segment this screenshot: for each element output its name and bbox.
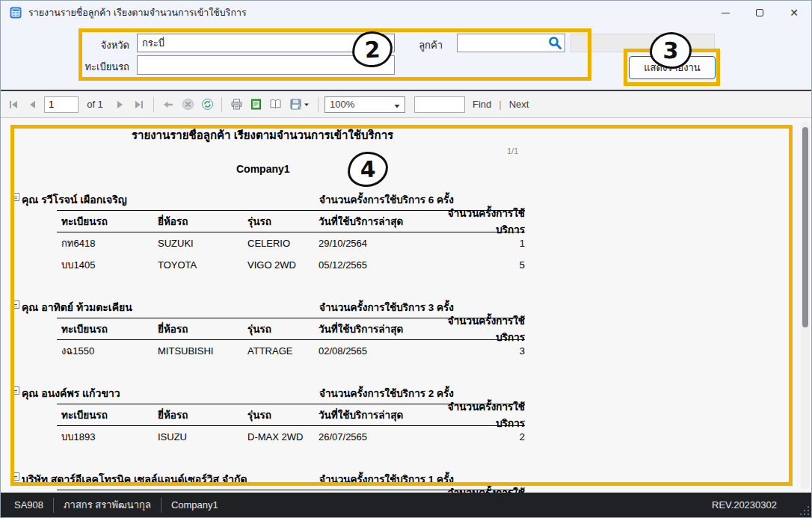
next-page-button[interactable] (111, 96, 128, 113)
zoom-caret-icon (394, 104, 400, 108)
back-button[interactable] (160, 96, 176, 113)
search-icon[interactable] (548, 36, 562, 50)
column-header: ยี่ห้อรถ (158, 321, 247, 337)
customer-label: ลูกค้า (390, 37, 443, 53)
page-setup-icon (269, 98, 282, 111)
table-cell: 2 (419, 431, 525, 443)
stop-button[interactable] (179, 96, 196, 113)
page-setup-button[interactable] (267, 96, 283, 113)
first-page-button[interactable] (5, 96, 22, 113)
refresh-icon (201, 98, 214, 111)
print-layout-button[interactable] (247, 96, 264, 113)
table-cell: 29/10/2564 (319, 238, 419, 249)
export-button[interactable] (286, 96, 312, 113)
previous-page-button[interactable] (25, 96, 41, 113)
report-page-indicator: 1/1 (507, 147, 518, 155)
find-text-input[interactable] (414, 96, 465, 113)
first-page-icon (7, 99, 19, 111)
report-group: คุณ อนงค์พร แก้วขาวจำนวนครั้งการใช้บริกา… (11, 381, 535, 448)
report-group: คุณ รวีโรจน์ เผือกเจริญจำนวนครั้งการใช้บ… (11, 188, 535, 276)
table-row: บบ1405TOYOTAVIGO 2WD05/12/25655 (57, 254, 525, 276)
back-arrow-icon (162, 99, 174, 111)
toolbar-separator (153, 97, 154, 112)
plate-input[interactable] (137, 55, 395, 75)
statusbar-company: Company1 (171, 499, 218, 511)
scrollbar-thumb[interactable] (802, 127, 808, 327)
titlebar: รายงานรายชื่อลูกค้า เรียงตามจำนวนการเข้า… (1, 1, 811, 25)
group-usage-summary: จำนวนครั้งการใช้บริการ 6 ครั้ง (319, 191, 454, 208)
group-toggle-icon[interactable] (11, 472, 19, 481)
table-cell: SUZUKI (158, 238, 247, 249)
print-layout-icon (250, 98, 262, 111)
statusbar-separator (161, 498, 162, 513)
maximize-button[interactable] (742, 1, 777, 25)
customer-name-display (570, 34, 715, 52)
column-header: ทะเบียนรถ (57, 407, 158, 423)
table-cell: ATTRAGE (247, 345, 319, 357)
group-header: คุณ อาทิตย์ ท้วมตะเคียนจำนวนครั้งการใช้บ… (11, 295, 535, 318)
table-cell: D-MAX 2WD (247, 431, 319, 443)
zoom-value: 100% (330, 99, 354, 110)
zoom-combobox[interactable]: 100% (325, 96, 405, 113)
statusbar-user-name: ภาสกร สราพัฒนากุล (64, 497, 151, 513)
export-dropdown-caret (304, 102, 310, 108)
print-button[interactable] (228, 96, 244, 113)
resize-grip[interactable] (800, 506, 809, 515)
minimize-icon (722, 13, 730, 13)
group-header: คุณ รวีโรจน์ เผือกเจริญจำนวนครั้งการใช้บ… (11, 188, 535, 210)
group-customer-name: คุณ อาทิตย์ ท้วมตะเคียน (22, 299, 132, 315)
column-header: วันที่ใช้บริการล่าสุด (319, 213, 419, 229)
statusbar-report-code: SA908 (14, 499, 43, 511)
app-icon (10, 7, 22, 19)
toolbar-separator (318, 97, 319, 112)
close-button[interactable]: ✕ (777, 1, 811, 25)
table-cell: 02/08/2565 (319, 345, 419, 357)
statusbar: SA908 ภาสกร สราพัฒนากุล Company1 REV.202… (1, 493, 811, 517)
column-header: รุ่นรถ (247, 321, 319, 337)
table-cell: TOYOTA (158, 259, 247, 271)
column-header: ทะเบียนรถ (57, 321, 158, 337)
toolbar-separator (221, 97, 222, 112)
report-toolbar: of 1 100% (1, 91, 811, 118)
group-column-headers: ทะเบียนรถยี่ห้อรถรุ่นรถวันที่ใช้บริการล่… (57, 404, 525, 426)
statusbar-separator (53, 498, 54, 513)
report-title: รายงานรายชื่อลูกค้า เรียงตามจำนวนการเข้า… (132, 126, 393, 144)
group-header: คุณ อนงค์พร แก้วขาวจำนวนครั้งการใช้บริกา… (11, 381, 535, 404)
next-link[interactable]: Next (509, 99, 529, 110)
group-customer-name: คุณ อนงค์พร แก้วขาว (22, 385, 120, 401)
next-page-icon (114, 99, 126, 111)
report-groups: คุณ รวีโรจน์ เผือกเจริญจำนวนครั้งการใช้บ… (11, 188, 535, 493)
table-cell: กท6418 (57, 235, 158, 251)
refresh-button[interactable] (199, 96, 215, 113)
group-toggle-icon[interactable] (11, 386, 19, 395)
plate-label: ทะเบียนรถ (55, 59, 129, 75)
group-customer-name: บริษัท สตาร์อีเลคโทรนิค เซลล์แอนด์เซอร์ว… (22, 471, 247, 487)
group-toggle-icon[interactable] (11, 300, 19, 309)
column-header: รุ่นรถ (247, 213, 319, 229)
minimize-button[interactable] (708, 1, 742, 25)
vertical-scrollbar[interactable] (801, 121, 810, 490)
table-cell: 05/12/2565 (319, 259, 419, 271)
group-toggle-icon[interactable] (11, 193, 19, 201)
group-usage-summary: จำนวนครั้งการใช้บริการ 1 ครั้ง (319, 471, 454, 487)
window-title: รายงานรายชื่อลูกค้า เรียงตามจำนวนการเข้า… (28, 5, 247, 20)
group-header: บริษัท สตาร์อีเลคโทรนิค เซลล์แอนด์เซอร์ว… (11, 467, 535, 490)
table-cell: บบ1405 (57, 257, 158, 273)
column-header: รุ่นรถ (247, 407, 319, 423)
table-cell: VIGO 2WD (247, 259, 319, 271)
report-group: คุณ อาทิตย์ ท้วมตะเคียนจำนวนครั้งการใช้บ… (11, 295, 535, 362)
province-combobox[interactable]: กระบี่ (137, 34, 395, 52)
table-cell: 5 (419, 259, 525, 271)
table-cell: MITSUBISHI (158, 345, 247, 357)
table-cell: 26/07/2565 (319, 431, 419, 443)
group-usage-summary: จำนวนครั้งการใช้บริการ 3 ครั้ง (319, 299, 454, 315)
find-next-separator: | (499, 99, 501, 110)
table-cell: ISUZU (158, 431, 247, 443)
show-report-button[interactable]: แสดงรายงาน (629, 56, 716, 79)
province-label: จังหวัด (55, 37, 129, 53)
last-page-button[interactable] (131, 96, 147, 113)
find-link[interactable]: Find (473, 99, 491, 110)
column-header: ยี่ห้อรถ (158, 213, 247, 229)
column-header: ยี่ห้อรถ (158, 407, 247, 423)
current-page-input[interactable] (44, 96, 79, 113)
